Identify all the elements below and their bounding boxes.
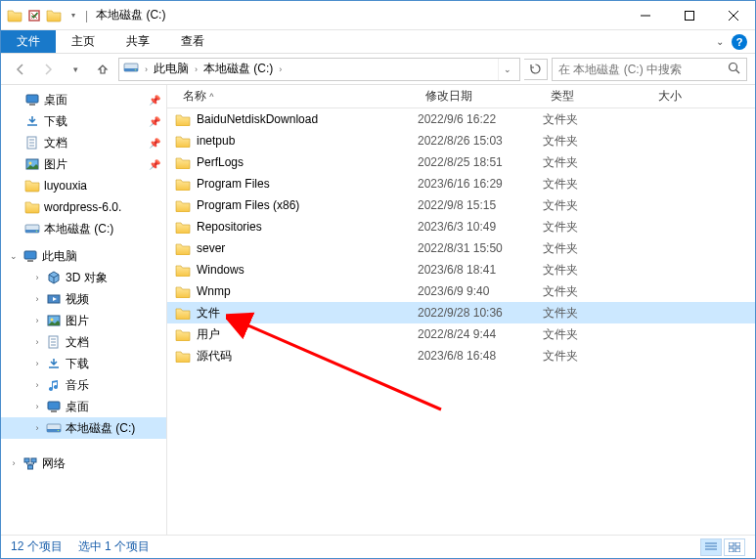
file-row[interactable]: PerfLogs 2022/8/25 18:51 文件夹: [167, 151, 755, 173]
folder-icon: [175, 177, 191, 191]
file-name: inetpub: [197, 134, 235, 148]
file-name: Program Files: [197, 177, 270, 191]
nav-up-button[interactable]: [91, 58, 114, 81]
file-row[interactable]: Windows 2023/6/8 18:41 文件夹: [167, 259, 755, 280]
search-icon[interactable]: [728, 62, 740, 77]
refresh-button[interactable]: [524, 59, 548, 80]
chevron-right-icon[interactable]: ›: [9, 458, 19, 468]
desktop-icon: [46, 399, 62, 414]
tree-pc-item[interactable]: › 音乐: [1, 374, 166, 396]
tree-pc-item[interactable]: › 3D 对象: [1, 267, 166, 288]
view-icons-button[interactable]: [724, 538, 745, 556]
view-details-button[interactable]: [700, 538, 722, 556]
tab-home[interactable]: 主页: [56, 30, 111, 53]
tree-pc-item[interactable]: › 图片: [1, 310, 166, 331]
chevron-right-icon[interactable]: ›: [32, 316, 42, 325]
breadcrumb-drive[interactable]: 本地磁盘 (C:): [203, 61, 273, 77]
qat-dropdown-icon[interactable]: ▾: [66, 8, 81, 23]
chevron-right-icon[interactable]: ›: [32, 294, 42, 304]
video-icon: [46, 291, 62, 307]
nav-recent-icon[interactable]: ▾: [64, 58, 87, 81]
address-dropdown-icon[interactable]: ⌄: [498, 59, 515, 80]
chevron-right-icon[interactable]: ›: [32, 337, 42, 347]
search-box[interactable]: [552, 58, 747, 81]
chevron-right-icon[interactable]: ›: [195, 64, 198, 74]
help-icon[interactable]: ?: [732, 34, 747, 50]
file-name: PerfLogs: [197, 155, 244, 169]
file-row[interactable]: Repositories 2023/6/3 10:49 文件夹: [167, 216, 755, 237]
tree-pc-item[interactable]: › 本地磁盘 (C:): [1, 417, 166, 439]
tab-share[interactable]: 共享: [111, 30, 165, 53]
tree-item-label: 网络: [42, 455, 66, 472]
chevron-right-icon[interactable]: ›: [32, 380, 42, 390]
chevron-right-icon[interactable]: ›: [279, 64, 282, 74]
folder-icon: [175, 155, 191, 169]
file-row[interactable]: Program Files (x86) 2022/9/8 15:15 文件夹: [167, 194, 755, 216]
column-header-type[interactable]: 类型: [543, 88, 650, 105]
file-row[interactable]: sever 2022/8/31 15:50 文件夹: [167, 237, 755, 259]
tree-pc-item[interactable]: › 桌面: [1, 396, 166, 417]
svg-line-9: [736, 69, 740, 73]
status-item-count: 12 个项目: [11, 538, 63, 555]
close-button[interactable]: [711, 1, 755, 30]
file-list-pane: 名称 ^ 修改日期 类型 大小 BaiduNetdiskDownload 202…: [167, 85, 755, 535]
file-row[interactable]: 源代码 2023/6/8 16:48 文件夹: [167, 345, 755, 366]
file-row[interactable]: Wnmp 2023/6/9 9:40 文件夹: [167, 280, 755, 302]
file-rows[interactable]: BaiduNetdiskDownload 2022/9/6 16:22 文件夹 …: [167, 108, 755, 535]
file-name: 源代码: [197, 348, 232, 365]
column-header-name[interactable]: 名称 ^: [167, 88, 418, 105]
minimize-button[interactable]: [623, 1, 667, 30]
tree-quick-item[interactable]: wordpress-6.0.: [1, 196, 166, 218]
tab-view[interactable]: 查看: [165, 30, 220, 53]
chevron-right-icon[interactable]: ›: [32, 273, 42, 282]
file-name: 文件: [197, 305, 220, 322]
pin-icon: 📌: [149, 138, 160, 149]
qat-properties-icon[interactable]: [26, 8, 42, 23]
tree-quick-item[interactable]: 图片📌: [1, 153, 166, 175]
file-row[interactable]: Program Files 2023/6/16 16:29 文件夹: [167, 173, 755, 194]
tree-quick-item[interactable]: 文档📌: [1, 132, 166, 153]
tree-pc-item[interactable]: › 下载: [1, 353, 166, 374]
maximize-button[interactable]: [667, 1, 711, 30]
tree-this-pc[interactable]: ⌄ 此电脑: [1, 245, 166, 267]
tree-quick-item[interactable]: luyouxia: [1, 175, 166, 196]
tree-quick-item[interactable]: 下载📌: [1, 110, 166, 132]
picture-icon: [24, 156, 40, 172]
column-header-date[interactable]: 修改日期: [418, 88, 543, 105]
tab-file[interactable]: 文件: [1, 30, 56, 53]
title-separator: |: [85, 9, 88, 22]
tree-item-label: 文档: [44, 135, 67, 151]
folder-icon: [7, 8, 22, 23]
file-row[interactable]: 用户 2022/8/24 9:44 文件夹: [167, 323, 755, 345]
chevron-right-icon[interactable]: ›: [145, 64, 148, 74]
svg-rect-40: [729, 548, 734, 552]
chevron-right-icon[interactable]: ›: [32, 423, 42, 433]
tree-quick-item[interactable]: 本地磁盘 (C:): [1, 218, 166, 239]
navigation-pane[interactable]: 桌面📌 下载📌 文档📌 图片📌 luyouxia wordpress-6.0. …: [1, 85, 167, 535]
chevron-right-icon[interactable]: ›: [32, 359, 42, 368]
file-name: Wnmp: [197, 284, 231, 298]
window-title: 本地磁盘 (C:): [96, 7, 165, 23]
tree-pc-item[interactable]: › 文档: [1, 331, 166, 353]
tree-item-label: 文档: [66, 334, 89, 351]
breadcrumb-box[interactable]: › 此电脑 › 本地磁盘 (C:) › ⌄: [118, 58, 520, 81]
tree-network[interactable]: › 网络: [1, 452, 166, 474]
search-input[interactable]: [558, 63, 728, 76]
ribbon-expand-icon[interactable]: ⌄: [716, 36, 724, 47]
tree-quick-item[interactable]: 桌面📌: [1, 89, 166, 110]
file-row[interactable]: 文件 2022/9/28 10:36 文件夹: [167, 302, 755, 323]
column-header-size[interactable]: 大小: [650, 88, 755, 105]
nav-back-button[interactable]: [9, 58, 32, 81]
chevron-right-icon[interactable]: ›: [32, 402, 42, 411]
file-row[interactable]: BaiduNetdiskDownload 2022/9/6 16:22 文件夹: [167, 108, 755, 130]
breadcrumb-root[interactable]: 此电脑: [154, 61, 189, 77]
file-date: 2022/9/28 10:36: [418, 306, 543, 320]
chevron-down-icon[interactable]: ⌄: [9, 251, 19, 261]
file-row[interactable]: inetpub 2022/8/26 15:03 文件夹: [167, 130, 755, 151]
picture-icon: [46, 313, 62, 328]
tree-pc-item[interactable]: › 视频: [1, 288, 166, 310]
tree-item-label: 此电脑: [42, 248, 77, 265]
nav-forward-button[interactable]: [36, 58, 60, 81]
file-type: 文件夹: [543, 197, 650, 214]
tree-item-label: 下载: [44, 113, 67, 130]
